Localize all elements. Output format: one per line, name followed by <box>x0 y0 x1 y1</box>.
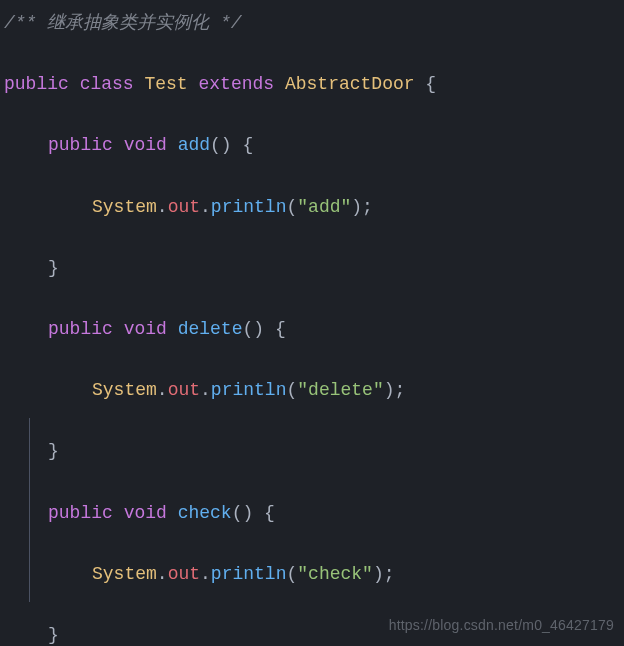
brace: } <box>48 625 59 645</box>
kw-public: public <box>48 319 113 339</box>
paren: ( <box>286 564 297 584</box>
method-delete: delete <box>178 319 243 339</box>
string-literal: "delete" <box>297 380 383 400</box>
watermark-text: https://blog.csdn.net/m0_46427179 <box>389 614 614 638</box>
dot: . <box>200 380 211 400</box>
ident-out: out <box>168 197 200 217</box>
dot: . <box>157 197 168 217</box>
brace: } <box>48 258 59 278</box>
kw-public: public <box>48 503 113 523</box>
paren: ) <box>373 564 384 584</box>
string-literal: "add" <box>297 197 351 217</box>
kw-void: void <box>124 319 167 339</box>
dot: . <box>200 564 211 584</box>
brace: { <box>242 135 253 155</box>
brace: { <box>264 503 275 523</box>
brace: } <box>48 441 59 461</box>
paren: ( <box>286 380 297 400</box>
semicolon: ; <box>384 564 395 584</box>
method-check: check <box>178 503 232 523</box>
kw-class: class <box>80 74 134 94</box>
semicolon: ; <box>362 197 373 217</box>
parens: () <box>242 319 264 339</box>
class-name-test: Test <box>144 74 187 94</box>
dot: . <box>200 197 211 217</box>
ident-out: out <box>168 380 200 400</box>
kw-public: public <box>4 74 69 94</box>
brace: { <box>425 74 436 94</box>
parens: () <box>210 135 232 155</box>
brace: { <box>275 319 286 339</box>
indent-guide <box>29 418 30 602</box>
string-literal: "check" <box>297 564 373 584</box>
dot: . <box>157 380 168 400</box>
ident-out: out <box>168 564 200 584</box>
paren: ) <box>384 380 395 400</box>
kw-void: void <box>124 135 167 155</box>
kw-extends: extends <box>198 74 274 94</box>
kw-public: public <box>48 135 113 155</box>
kw-void: void <box>124 503 167 523</box>
method-println: println <box>211 564 287 584</box>
dot: . <box>157 564 168 584</box>
ident-system: System <box>92 197 157 217</box>
ident-system: System <box>92 380 157 400</box>
paren: ) <box>351 197 362 217</box>
method-add: add <box>178 135 210 155</box>
method-println: println <box>211 380 287 400</box>
method-println: println <box>211 197 287 217</box>
paren: ( <box>286 197 297 217</box>
code-block: /** 继承抽象类并实例化 */ public class Test exten… <box>4 8 620 646</box>
comment-line: /** 继承抽象类并实例化 */ <box>4 13 242 33</box>
class-name-parent: AbstractDoor <box>285 74 415 94</box>
ident-system: System <box>92 564 157 584</box>
parens: () <box>232 503 254 523</box>
semicolon: ; <box>395 380 406 400</box>
